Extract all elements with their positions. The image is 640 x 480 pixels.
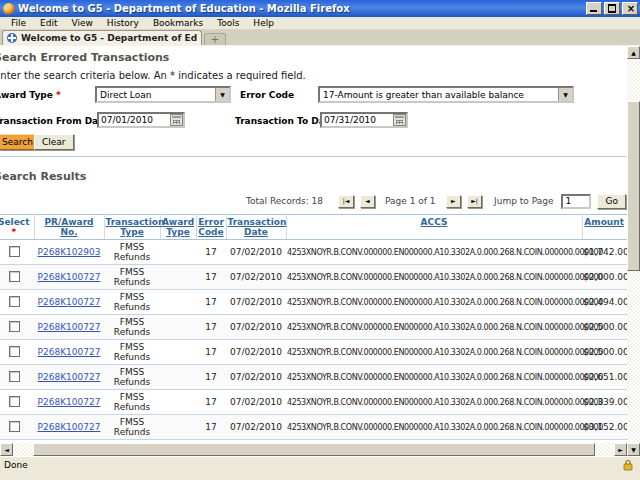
clear-button[interactable]: Clear	[34, 134, 74, 150]
error-code-select[interactable]: 17-Amount is greater than available bala…	[318, 86, 574, 103]
calendar-icon[interactable]	[393, 114, 406, 126]
amount-cell: $2,500.00	[582, 315, 627, 340]
results-section-heading: Search Results	[0, 170, 86, 183]
row-select-checkbox[interactable]	[9, 246, 20, 257]
menu-help[interactable]: Help	[246, 18, 281, 28]
new-tab-button[interactable]: +	[204, 33, 226, 45]
column-header-transaction-date[interactable]: Transaction Date	[226, 215, 286, 240]
column-header-pr-award-no[interactable]: PR/Award No.	[34, 215, 104, 240]
error-code-cell: 17	[196, 290, 226, 315]
amount-cell: $2,000.00	[582, 265, 627, 290]
transaction-date-cell: 07/02/2010	[226, 340, 286, 365]
jump-to-page-input[interactable]	[561, 194, 591, 209]
award-type-cell	[160, 265, 196, 290]
scroll-left-icon[interactable]: ◄	[0, 443, 13, 456]
horizontal-scrollbar[interactable]: ◄ ►	[0, 443, 627, 456]
chevron-down-icon: ▼	[215, 88, 229, 101]
transaction-type-cell: FMSS Refunds	[104, 415, 160, 440]
column-header-select: Select *	[0, 215, 34, 240]
accs-cell: 4253XNOYR.B.CONV.000000.EN000000.A10.330…	[286, 415, 582, 440]
award-type-cell	[160, 415, 196, 440]
pr-award-no-link[interactable]: P268K100727	[38, 347, 101, 357]
pr-award-no-link: P268K100727	[34, 340, 104, 365]
pr-award-no-link: P268K100727	[34, 415, 104, 440]
pr-award-no-link[interactable]: P268K100727	[38, 397, 101, 407]
vertical-scrollbar-thumb[interactable]	[627, 101, 640, 271]
tab-welcome-g5[interactable]: Welcome to G5 - Department of Edu...	[2, 30, 202, 45]
transaction-type-cell: FMSS Refunds	[104, 315, 160, 340]
horizontal-scrollbar-thumb[interactable]	[33, 443, 595, 456]
pr-award-no-link[interactable]: P268K100727	[38, 272, 101, 282]
close-button[interactable]: ×	[622, 2, 638, 15]
row-select-checkbox	[0, 290, 34, 315]
award-type-cell	[160, 290, 196, 315]
error-code-cell: 17	[196, 390, 226, 415]
transaction-from-date-label: Transaction From Date	[0, 116, 109, 126]
menu-bookmarks[interactable]: Bookmarks	[146, 18, 210, 28]
award-type-select[interactable]: Direct Loan ▼	[95, 86, 231, 103]
error-code-cell: 17	[196, 240, 226, 265]
window-title: Welcome to G5 - Department of Education …	[18, 3, 582, 14]
column-header-transaction-type[interactable]: Transaction Type	[104, 215, 160, 240]
transaction-type-cell: FMSS Refunds	[104, 240, 160, 265]
scroll-up-icon[interactable]: ▲	[627, 46, 640, 59]
transaction-date-cell: 07/02/2010	[226, 415, 286, 440]
table-row: P268K100727FMSS Refunds1707/02/20104253X…	[0, 265, 627, 290]
transaction-type-cell: FMSS Refunds	[104, 290, 160, 315]
menu-edit[interactable]: Edit	[33, 18, 64, 28]
transaction-type-cell: FMSS Refunds	[104, 340, 160, 365]
menu-tools[interactable]: Tools	[210, 18, 246, 28]
row-select-checkbox[interactable]	[9, 421, 20, 432]
menu-bar: File Edit View History Bookmarks Tools H…	[0, 17, 640, 30]
pr-award-no-link[interactable]: P268K100727	[38, 322, 101, 332]
row-select-checkbox[interactable]	[9, 371, 20, 382]
transaction-type-cell: FMSS Refunds	[104, 365, 160, 390]
pr-award-no-link[interactable]: P268K100727	[38, 422, 101, 432]
transaction-date-cell: 07/02/2010	[226, 240, 286, 265]
scroll-right-icon[interactable]: ►	[614, 443, 627, 456]
g5-favicon-icon	[7, 33, 17, 43]
column-header-error-code[interactable]: Error Code	[196, 215, 226, 240]
award-type-label: Award Type *	[0, 90, 61, 100]
title-bar: Welcome to G5 - Department of Education …	[0, 0, 640, 17]
transaction-type-cell: FMSS Refunds	[104, 390, 160, 415]
scroll-down-icon[interactable]: ▼	[627, 443, 640, 456]
error-code-cell: 17	[196, 340, 226, 365]
column-header-accs[interactable]: ACCS	[286, 215, 582, 240]
close-icon: ×	[623, 2, 639, 15]
status-bar: Done	[0, 456, 640, 480]
row-select-checkbox[interactable]	[9, 346, 20, 357]
row-select-checkbox[interactable]	[9, 271, 20, 282]
row-select-checkbox[interactable]	[9, 321, 20, 332]
lock-icon[interactable]	[622, 459, 634, 471]
row-select-checkbox	[0, 365, 34, 390]
accs-cell: 4253XNOYR.B.CONV.000000.EN000000.A10.330…	[286, 240, 582, 265]
row-select-checkbox[interactable]	[9, 296, 20, 307]
pr-award-no-link[interactable]: P268K100727	[38, 297, 101, 307]
menu-file[interactable]: File	[4, 18, 33, 28]
next-page-button[interactable]: ►	[446, 195, 461, 208]
minimize-icon	[590, 10, 597, 12]
first-page-button[interactable]: |◄	[338, 195, 353, 208]
pr-award-no-link[interactable]: P268K102903	[38, 247, 101, 257]
vertical-scrollbar[interactable]: ▲ ▼	[627, 46, 640, 456]
go-button[interactable]: Go	[597, 194, 626, 209]
minimize-button[interactable]	[586, 2, 602, 15]
column-header-award-type[interactable]: Award Type	[160, 215, 196, 240]
menu-history[interactable]: History	[100, 18, 146, 28]
column-header-amount[interactable]: Amount	[582, 215, 627, 240]
award-type-cell	[160, 240, 196, 265]
pr-award-no-link: P268K100727	[34, 265, 104, 290]
last-page-button[interactable]: ►|	[467, 195, 482, 208]
error-code-cell: 17	[196, 315, 226, 340]
row-select-checkbox[interactable]	[9, 396, 20, 407]
amount-cell: $3,152.00	[582, 415, 627, 440]
row-select-checkbox	[0, 315, 34, 340]
prev-page-button[interactable]: ◄	[360, 195, 375, 208]
calendar-icon[interactable]	[170, 114, 183, 126]
menu-view[interactable]: View	[65, 18, 100, 28]
pr-award-no-link[interactable]: P268K100727	[38, 372, 101, 382]
row-select-checkbox	[0, 265, 34, 290]
pr-award-no-link: P268K100727	[34, 390, 104, 415]
restore-button[interactable]	[604, 2, 620, 15]
